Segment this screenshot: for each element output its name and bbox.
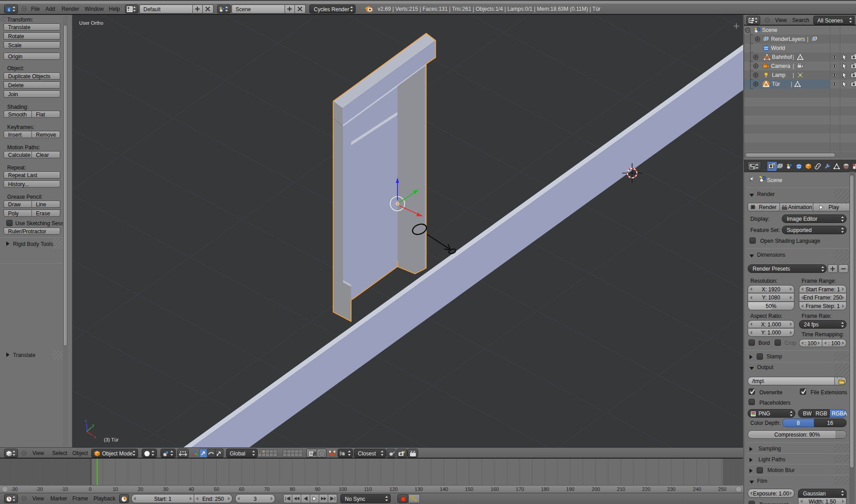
svg-text:Scene: Scene bbox=[762, 27, 777, 33]
svg-text:90: 90 bbox=[315, 486, 320, 492]
svg-text:-10: -10 bbox=[61, 486, 68, 492]
svg-text:z: z bbox=[85, 419, 87, 423]
svg-text:i: i bbox=[9, 7, 10, 12]
svg-text:|: | bbox=[807, 36, 808, 42]
svg-text:30: 30 bbox=[163, 486, 168, 492]
svg-text:|: | bbox=[793, 63, 794, 69]
svg-text:User Ortho: User Ortho bbox=[79, 20, 103, 26]
svg-text:190: 190 bbox=[566, 486, 574, 492]
svg-text:RenderLayers: RenderLayers bbox=[771, 36, 805, 42]
svg-text:20: 20 bbox=[138, 486, 143, 492]
svg-text:(3) Tür: (3) Tür bbox=[104, 437, 119, 442]
svg-text:40: 40 bbox=[188, 486, 194, 492]
svg-text:130: 130 bbox=[415, 486, 423, 492]
svg-text:50: 50 bbox=[214, 486, 219, 492]
svg-text:60: 60 bbox=[239, 486, 244, 492]
svg-text:Camera: Camera bbox=[771, 63, 790, 69]
svg-text:220: 220 bbox=[642, 486, 650, 492]
svg-text:100: 100 bbox=[339, 486, 347, 492]
svg-text:World: World bbox=[771, 45, 785, 51]
svg-text:80: 80 bbox=[290, 486, 295, 492]
svg-text:10: 10 bbox=[112, 486, 118, 492]
svg-text:110: 110 bbox=[364, 486, 372, 492]
svg-text:Bahnhof: Bahnhof bbox=[772, 54, 792, 60]
svg-text:160: 160 bbox=[490, 486, 499, 492]
svg-text:-30: -30 bbox=[11, 486, 18, 492]
svg-text:250: 250 bbox=[718, 486, 726, 492]
svg-text:-20: -20 bbox=[36, 486, 43, 492]
svg-text:y: y bbox=[92, 423, 94, 428]
svg-text:170: 170 bbox=[516, 486, 524, 492]
svg-text:140: 140 bbox=[440, 486, 448, 492]
svg-text:200: 200 bbox=[592, 486, 600, 492]
svg-text:|: | bbox=[791, 81, 792, 87]
svg-text:|: | bbox=[793, 72, 794, 78]
svg-text:Lamp: Lamp bbox=[772, 72, 785, 78]
svg-text:180: 180 bbox=[541, 486, 549, 492]
svg-text:230: 230 bbox=[667, 486, 675, 492]
svg-text:120: 120 bbox=[389, 486, 397, 492]
svg-text:Tür: Tür bbox=[772, 81, 780, 87]
svg-text:150: 150 bbox=[465, 486, 473, 492]
svg-text:0: 0 bbox=[89, 486, 91, 492]
svg-text:240: 240 bbox=[693, 486, 701, 492]
svg-text:|: | bbox=[793, 54, 794, 60]
svg-text:x: x bbox=[94, 435, 96, 439]
svg-text:210: 210 bbox=[617, 486, 625, 492]
svg-text:70: 70 bbox=[264, 486, 269, 492]
